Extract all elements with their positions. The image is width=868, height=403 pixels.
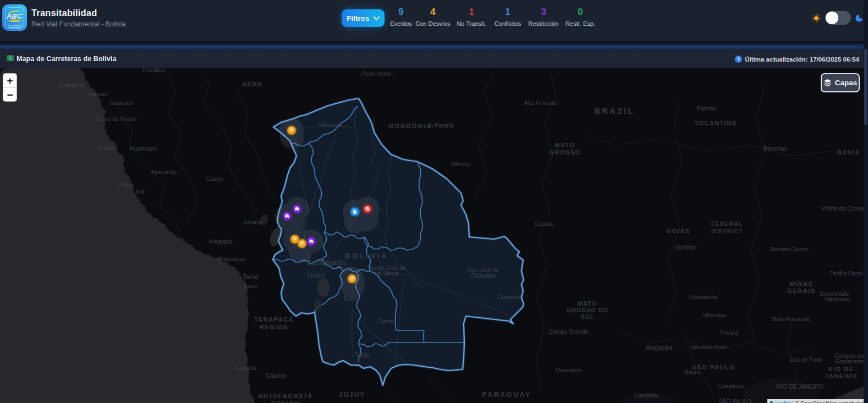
svg-text:Uberaba·: Uberaba·	[703, 312, 727, 318]
svg-text:BAHIA: BAHIA	[837, 149, 860, 156]
svg-text:Uberlândia·: Uberlândia·	[689, 294, 719, 300]
svg-text:TOCANTINS: TOCANTINS	[694, 120, 737, 126]
svg-text:GROSSO: GROSSO	[549, 149, 580, 156]
svg-text:Arica·: Arica·	[244, 283, 259, 289]
svg-text:Vitória da Conquista: Vitória da Conquista	[821, 205, 868, 212]
svg-text:Ica·: Ica·	[136, 188, 146, 195]
svg-text:FEDERAL: FEDERAL	[711, 220, 743, 227]
svg-text:ACRE: ACRE	[242, 81, 262, 87]
svg-text:Calama·: Calama·	[266, 372, 288, 379]
svg-text:Moquegua·: Moquegua·	[217, 256, 246, 262]
svg-text:Ribeirão Preto·: Ribeirão Preto·	[691, 344, 730, 350]
svg-text:SÃO PAULO·: SÃO PAULO·	[718, 398, 753, 403]
svg-text:BOLIVIA: BOLIVIA	[345, 252, 388, 260]
svg-text:Chiquitos: Chiquitos	[471, 272, 495, 279]
svg-text:DISTRICT: DISTRICT	[711, 228, 743, 234]
svg-text:Porto Velho·: Porto Velho·	[361, 70, 393, 77]
svg-text:Franca·: Franca·	[720, 329, 740, 336]
svg-text:Pisco·: Pisco·	[119, 181, 135, 188]
svg-text:Cochabamba: Cochabamba	[306, 259, 346, 267]
svg-text:Cuiabá·: Cuiabá·	[535, 220, 555, 227]
svg-text:Goiânia·: Goiânia·	[675, 244, 697, 251]
svg-text:Goytacazes: Goytacazes	[835, 358, 865, 365]
svg-text:REGION: REGION	[260, 324, 288, 330]
svg-text:Tacna·: Tacna·	[243, 273, 260, 280]
svg-text:Campinas·: Campinas·	[718, 383, 746, 389]
svg-text:Callao·: Callao·	[98, 145, 117, 151]
svg-text:Alta Floresta·: Alta Floresta·	[524, 100, 558, 106]
svg-text:Campo Grande·: Campo Grande·	[548, 328, 590, 335]
svg-text:Tocopilla·: Tocopilla·	[234, 365, 258, 371]
svg-text:Huancayo·: Huancayo·	[130, 145, 158, 152]
svg-text:Londrina·: Londrina·	[635, 392, 659, 399]
svg-text:Chimbote·: Chimbote·	[59, 82, 86, 89]
svg-text:SUL: SUL	[581, 313, 595, 320]
svg-text:Belo Horizonte·: Belo Horizonte·	[772, 316, 812, 322]
svg-text:ANTOFAGASTA: ANTOFAGASTA	[258, 393, 312, 399]
svg-text:Palmas·: Palmas·	[697, 105, 718, 112]
svg-text:RIO DE JANEIRO·: RIO DE JANEIRO·	[777, 383, 825, 390]
svg-text:Teófilo Otoni·: Teófilo Otoni·	[830, 270, 864, 277]
svg-text:Ayacucho·: Ayacucho·	[151, 169, 178, 175]
svg-text:GERAIS: GERAIS	[787, 288, 815, 294]
svg-text:MATO: MATO	[578, 300, 597, 307]
svg-text:Cerro de Pasco·: Cerro de Pasco·	[96, 115, 138, 122]
svg-text:BRAZIL: BRAZIL	[595, 106, 635, 115]
svg-text:PARAGUAY: PARAGUAY	[482, 391, 531, 399]
svg-text:Juliaca·: Juliaca·	[243, 219, 263, 225]
svg-text:TARAPACÁ: TARAPACÁ	[254, 316, 294, 323]
svg-text:Huaraz·: Huaraz·	[89, 91, 109, 97]
svg-text:CARRETERAS: CARRETERAS	[9, 27, 21, 29]
svg-text:Tarija·: Tarija·	[355, 351, 371, 358]
svg-text:GROSSO DO: GROSSO DO	[567, 307, 608, 313]
svg-text:Corumbá·: Corumbá·	[498, 294, 524, 300]
svg-text:RIO DE: RIO DE	[828, 366, 854, 372]
svg-text:MATO: MATO	[554, 142, 575, 148]
svg-text:Camiri·: Camiri·	[377, 318, 396, 324]
svg-text:la Sierra: la Sierra	[377, 270, 398, 277]
svg-text:JANEIRO: JANEIRO	[825, 373, 857, 379]
svg-text:Riberalta: Riberalta	[319, 122, 342, 128]
svg-text:Oruro·: Oruro·	[307, 272, 327, 279]
svg-text:Arequipa·: Arequipa·	[208, 238, 234, 245]
svg-text:Valadares: Valadares	[825, 296, 850, 302]
svg-text:REGION: REGION	[271, 400, 300, 403]
svg-text:Cuzco·: Cuzco·	[206, 175, 224, 182]
svg-text:Juiz de Fora·: Juiz de Fora·	[789, 356, 823, 363]
svg-text:MINAS: MINAS	[790, 280, 814, 287]
svg-text:RONDÔNIA: RONDÔNIA	[389, 123, 432, 129]
svg-text:Huánuco·: Huánuco·	[109, 100, 135, 106]
svg-text:Vilhena·: Vilhena·	[451, 161, 471, 167]
svg-text:SÃO PAULO: SÃO PAULO	[692, 364, 735, 371]
svg-text:Araçatuba·: Araçatuba·	[646, 344, 674, 351]
svg-text:GOIÁS: GOIÁS	[667, 228, 690, 234]
svg-text:Dourados·: Dourados·	[556, 367, 583, 373]
svg-text:JUJUY: JUJUY	[339, 391, 366, 399]
svg-text:Pucallpa·: Pucallpa·	[142, 68, 167, 73]
svg-text:Montes Claros·: Montes Claros·	[770, 246, 809, 252]
svg-text:Barreiras·: Barreiras·	[763, 145, 789, 152]
